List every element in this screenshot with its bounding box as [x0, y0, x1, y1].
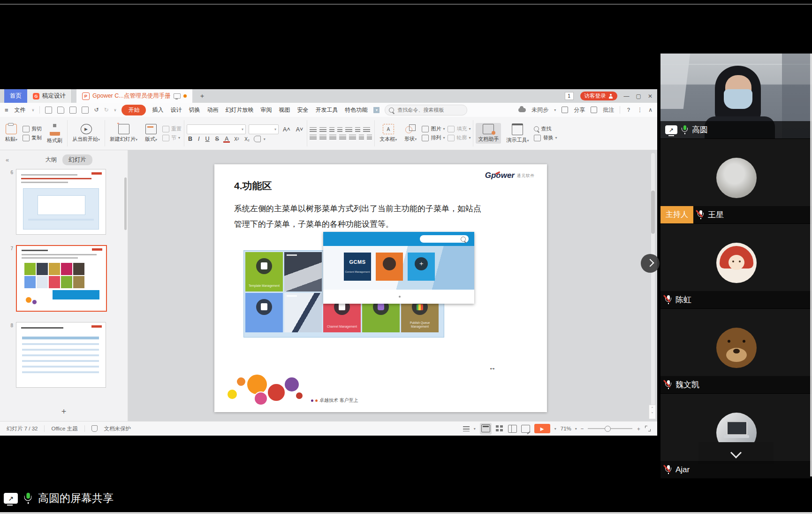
- paragraph-more-icon[interactable]: [359, 135, 364, 140]
- notes-caret-icon[interactable]: ▾: [474, 427, 476, 431]
- participant-tile-weiwenkai[interactable]: 魏文凯: [660, 309, 812, 394]
- textbox-button[interactable]: A 文本框▾: [377, 123, 399, 144]
- quickbar-caret-icon[interactable]: ∨: [114, 108, 117, 112]
- menu-special-features[interactable]: 特色功能: [344, 105, 368, 115]
- font-name-select[interactable]: ▾: [187, 124, 246, 134]
- zoom-out-button[interactable]: −: [581, 426, 584, 431]
- canvas-scrollbar-thumb[interactable]: [651, 191, 655, 234]
- picture-button[interactable]: 图片▾: [422, 125, 445, 132]
- numbering-icon[interactable]: [319, 127, 326, 132]
- menu-security[interactable]: 安全: [296, 105, 309, 115]
- maximize-button[interactable]: ▢: [636, 93, 641, 100]
- participant-tile-wangxing[interactable]: 主持人 王星: [660, 139, 812, 224]
- print-preview-icon[interactable]: [82, 107, 89, 114]
- menu-dev-tools[interactable]: 开发工具: [314, 105, 339, 115]
- clear-format-icon[interactable]: [254, 136, 261, 142]
- cut-button[interactable]: 剪切: [23, 125, 42, 132]
- play-caret-icon[interactable]: ▾: [554, 427, 556, 431]
- doc-assistant-button[interactable]: 文档助手: [476, 123, 501, 144]
- tab-outline[interactable]: 大纲: [45, 156, 57, 164]
- strikethrough-button[interactable]: S: [214, 136, 220, 142]
- save-icon[interactable]: [45, 107, 52, 114]
- cast-screen-icon[interactable]: [174, 93, 181, 99]
- minimize-button[interactable]: —: [624, 93, 630, 100]
- font-size-select[interactable]: ▾: [249, 124, 279, 134]
- cloud-sync-icon[interactable]: [518, 108, 526, 112]
- tab-home[interactable]: 首页: [4, 89, 27, 103]
- panel-toggle-button[interactable]: [641, 254, 660, 273]
- hamburger-icon[interactable]: ≡: [5, 107, 8, 114]
- slide-sorter-icon[interactable]: [496, 425, 504, 432]
- redo-icon[interactable]: ↻: [104, 107, 109, 113]
- shapes-button[interactable]: 形状▾: [402, 123, 419, 143]
- presentation-tools-button[interactable]: 演示工具▾: [504, 123, 531, 145]
- collapse-panel-button[interactable]: «: [6, 156, 9, 163]
- italic-button[interactable]: I: [197, 136, 201, 142]
- paste-button[interactable]: 粘贴▾: [3, 123, 20, 144]
- line-spacing-icon[interactable]: [363, 127, 370, 132]
- menu-animations[interactable]: 动画: [206, 105, 219, 115]
- view-normal-button[interactable]: [480, 423, 492, 435]
- format-painter-button[interactable]: 格式刷: [45, 122, 65, 145]
- special-features-caret-icon[interactable]: ▾: [373, 107, 379, 113]
- participant-video-gaoyuan[interactable]: ↗ 高圆: [660, 54, 812, 139]
- slide-thumbnail-7-selected[interactable]: [16, 245, 107, 312]
- zoom-slider[interactable]: [588, 428, 632, 429]
- menu-design[interactable]: 设计: [169, 105, 182, 115]
- align-center-icon[interactable]: [319, 135, 326, 140]
- font-color-button[interactable]: A: [223, 136, 230, 142]
- share-label[interactable]: 分享: [574, 106, 585, 114]
- tab-slides[interactable]: 幻灯片: [62, 154, 92, 165]
- zoom-slider-knob[interactable]: [605, 426, 611, 432]
- menu-slideshow[interactable]: 幻灯片放映: [224, 105, 254, 115]
- fullscreen-icon[interactable]: [645, 426, 651, 431]
- slide-thumbnail-6[interactable]: [16, 169, 106, 235]
- align-right-icon[interactable]: [329, 135, 336, 140]
- align-left-icon[interactable]: [310, 135, 317, 140]
- search-input[interactable]: [396, 107, 455, 113]
- participant-tile-ajar[interactable]: Ajar: [660, 394, 812, 479]
- arrange-button[interactable]: 排列▾: [422, 134, 445, 141]
- theme-label[interactable]: Office 主题: [51, 425, 77, 432]
- columns-icon[interactable]: [345, 127, 352, 132]
- sync-status[interactable]: 未同步: [531, 106, 548, 114]
- undo-icon[interactable]: ↺: [94, 107, 99, 113]
- reset-button[interactable]: 重置: [162, 125, 182, 132]
- text-direction-icon[interactable]: [355, 127, 360, 132]
- reading-view-icon[interactable]: [508, 425, 517, 433]
- menu-view[interactable]: 视图: [278, 105, 291, 115]
- file-caret-icon[interactable]: ∨: [32, 108, 35, 112]
- export-icon[interactable]: [57, 107, 64, 114]
- add-slide-button[interactable]: ＋: [0, 406, 128, 416]
- slide-thumbnail-8[interactable]: [16, 322, 106, 388]
- find-button[interactable]: 查找: [534, 125, 557, 132]
- play-from-current-button[interactable]: ▶ 从当前开始▾: [70, 123, 102, 144]
- protection-status[interactable]: 文档未保护: [104, 425, 131, 432]
- increase-font-icon[interactable]: A˄: [281, 126, 292, 133]
- slide-nav-arrows[interactable]: ⌃⌄: [649, 405, 656, 419]
- comment-label[interactable]: 批注: [603, 106, 614, 114]
- subscript-button[interactable]: X₂: [243, 137, 251, 142]
- fill-button[interactable]: 填充▾: [448, 125, 471, 132]
- new-slide-button[interactable]: 新建幻灯片▾: [107, 123, 140, 144]
- zoom-level[interactable]: 71%: [561, 426, 571, 431]
- distribute-icon[interactable]: [349, 135, 356, 140]
- menu-file[interactable]: 文件: [14, 105, 27, 115]
- command-search[interactable]: [385, 105, 467, 115]
- new-tab-button[interactable]: ＋: [192, 89, 212, 103]
- zoom-caret-icon[interactable]: ▾: [575, 427, 577, 431]
- ink-view-icon[interactable]: [521, 425, 530, 433]
- comment-icon[interactable]: [591, 107, 597, 113]
- justify-icon[interactable]: [339, 135, 346, 140]
- bullets-icon[interactable]: [310, 127, 317, 132]
- tab-gaoding-design[interactable]: G 稿定设计: [27, 89, 72, 103]
- close-button[interactable]: ✕: [648, 93, 653, 100]
- layout-button[interactable]: 版式▾: [143, 123, 159, 144]
- help-button[interactable]: ？: [626, 106, 631, 114]
- underline-button[interactable]: U: [204, 136, 211, 142]
- panel-scrollbar[interactable]: [124, 177, 127, 230]
- notes-icon[interactable]: [463, 426, 470, 431]
- replace-button[interactable]: 替换▾: [534, 134, 557, 141]
- tab-document[interactable]: P Gpower C...点管理员使用手册: [76, 89, 192, 103]
- participants-scrollbar[interactable]: [810, 54, 812, 476]
